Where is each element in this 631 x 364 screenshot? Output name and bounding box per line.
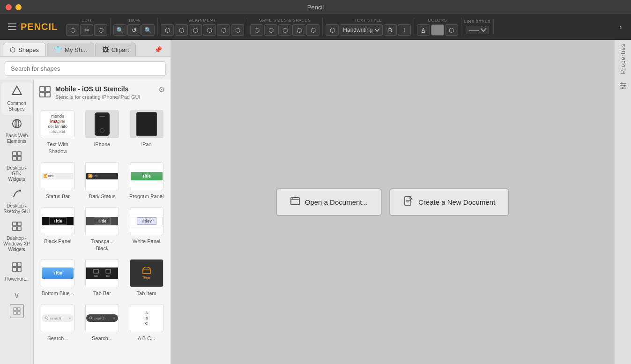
cat-desktop-gtk[interactable]: Desktop - GTK Widgets xyxy=(1,148,32,185)
toolbar-expand-btn[interactable]: › xyxy=(614,21,627,32)
pin-icon[interactable]: 📌 xyxy=(150,44,166,55)
shape-status-bar[interactable]: 📶Bell Status Bar xyxy=(37,160,78,201)
shape-alpha-list[interactable]: A B C A B C... xyxy=(126,302,167,343)
open-document-button[interactable]: Open a Document... xyxy=(276,188,382,216)
align-center-btn[interactable]: ⬡ xyxy=(175,24,188,36)
desktop-gtk-label: Desktop - GTK Widgets xyxy=(3,165,30,182)
shape-program-panel[interactable]: Title Program Panel xyxy=(126,160,167,201)
svg-rect-2 xyxy=(8,29,16,30)
search-input[interactable] xyxy=(5,61,166,76)
search-light-label: Search... xyxy=(47,335,68,342)
shape-white-panel[interactable]: Title? White Panel xyxy=(126,205,167,253)
line-style-dropdown[interactable]: —— xyxy=(466,26,489,34)
spacing-btn[interactable]: ⬡ xyxy=(306,24,319,36)
minimize-button[interactable] xyxy=(15,4,22,10)
zoom-out-btn[interactable]: 🔍 xyxy=(113,24,126,36)
properties-icon[interactable] xyxy=(619,82,627,92)
svg-line-32 xyxy=(47,319,48,320)
text-shadow-thumb: mundu imagine dei tannito abacidit xyxy=(41,110,74,138)
shape-bottom-blue[interactable]: Title Bottom Blue... xyxy=(37,257,78,298)
tab-clipart[interactable]: 🖼 Clipart xyxy=(95,43,136,56)
shape-text-with-shadow[interactable]: mundu imagine dei tannito abacidit Text … xyxy=(37,108,78,156)
titlebar: Pencil xyxy=(0,0,631,14)
shape-search-light[interactable]: search × Search... xyxy=(37,302,78,343)
app-title: PENCIL xyxy=(21,22,58,32)
tab-bar-thumb: tab tab xyxy=(85,259,119,287)
paste-btn[interactable]: ⬡ xyxy=(94,24,107,36)
settings-icon[interactable]: ⚙ xyxy=(158,85,165,94)
colors-label: COLORS xyxy=(428,18,447,22)
tab-shapes[interactable]: ⬡ Shapes xyxy=(3,43,46,56)
create-document-button[interactable]: Create a New Document xyxy=(389,188,509,216)
colors-group: COLORS A ⬡ xyxy=(414,18,461,36)
align-top-btn[interactable]: ⬡ xyxy=(203,24,216,36)
program-panel-label: Program Panel xyxy=(129,193,163,200)
svg-rect-27 xyxy=(45,92,50,97)
svg-rect-1 xyxy=(8,26,16,27)
black-panel-thumb: Title xyxy=(41,207,74,235)
svg-rect-13 xyxy=(17,222,21,226)
cat-flowchart[interactable]: Flowchart... xyxy=(1,256,32,287)
cat-common-shapes[interactable]: Common Shapes xyxy=(1,82,32,115)
cat-desktop-sketchy[interactable]: Desktop - Sketchy GUI xyxy=(1,186,32,217)
close-button[interactable] xyxy=(6,4,12,10)
same-width-btn[interactable]: ⬡ xyxy=(250,24,263,36)
font-dropdown[interactable]: Handwriting xyxy=(340,24,382,36)
category-nav: Common Shapes Basic Web Elements Desktop… xyxy=(0,80,34,364)
svg-rect-12 xyxy=(13,222,16,226)
tab-item-thumb: Timer xyxy=(130,259,163,287)
cat-desktop-winxp[interactable]: Desktop - Windows XP Widgets xyxy=(1,218,32,255)
cut-btn[interactable]: ✂ xyxy=(80,24,93,36)
search-dark-thumb: search × xyxy=(85,304,119,332)
svg-rect-7 xyxy=(13,152,16,156)
svg-marker-3 xyxy=(12,86,22,95)
cat-basic-web[interactable]: Basic Web Elements xyxy=(1,116,32,147)
shape-panel: Mobile - iOS UI Stencils Stencils for cr… xyxy=(34,80,171,364)
bottom-blue-label: Bottom Blue... xyxy=(42,290,74,297)
shape-iphone[interactable]: iPhone xyxy=(82,108,123,156)
align-left-btn[interactable]: ⬡ xyxy=(161,24,174,36)
text-format-btn[interactable]: ⬡ xyxy=(326,24,339,36)
align-right-btn[interactable]: ⬡ xyxy=(189,24,202,36)
shape-search-dark[interactable]: search × Search... xyxy=(82,302,123,343)
tab-my-shapes[interactable]: 👕 My Sh... xyxy=(47,43,94,56)
body: ⬡ Shapes 👕 My Sh... 🖼 Clipart 📌 xyxy=(0,40,631,364)
more-categories-btn[interactable]: ∨ xyxy=(14,290,20,300)
common-shapes-label: Common Shapes xyxy=(3,101,30,112)
alpha-list-thumb: A B C xyxy=(130,304,163,332)
align-bottom-btn[interactable]: ⬡ xyxy=(231,24,244,36)
shape-tab-item[interactable]: Timer Tab Item xyxy=(126,257,167,298)
canvas-actions: Open a Document... Create a New Document xyxy=(276,188,510,216)
zoom-in-btn[interactable]: 🔍 xyxy=(141,24,155,36)
desktop-winxp-icon xyxy=(12,221,22,234)
svg-point-33 xyxy=(89,317,92,319)
svg-rect-21 xyxy=(17,308,20,311)
align-middle-btn[interactable]: ⬡ xyxy=(217,24,230,36)
svg-point-43 xyxy=(624,85,625,87)
same-height-btn[interactable]: ⬡ xyxy=(264,24,277,36)
create-document-label: Create a New Document xyxy=(418,198,495,206)
bold-btn[interactable]: B xyxy=(384,24,397,36)
shape-ipad[interactable]: iPad xyxy=(126,108,167,156)
shape-transp-black[interactable]: Title Transpa... Black xyxy=(82,205,123,253)
stroke-color-btn[interactable]: ⬡ xyxy=(445,24,458,36)
distribute-v-btn[interactable]: ⬡ xyxy=(292,24,305,36)
copy-btn[interactable]: ⬡ xyxy=(66,24,79,36)
shape-black-panel[interactable]: Title Black Panel xyxy=(37,205,78,253)
svg-rect-28 xyxy=(94,269,98,273)
menu-icon[interactable] xyxy=(4,14,21,40)
text-color-btn[interactable]: A xyxy=(417,24,430,36)
shape-dark-status[interactable]: 📶Bell Dark Status xyxy=(82,160,123,201)
flowchart-label: Flowchart... xyxy=(5,276,29,282)
iphone-thumb xyxy=(85,110,119,138)
tab-item-label: Tab Item xyxy=(137,290,156,297)
svg-point-31 xyxy=(45,317,47,319)
italic-btn[interactable]: I xyxy=(398,24,411,36)
distribute-h-btn[interactable]: ⬡ xyxy=(278,24,291,36)
fill-color-btn[interactable] xyxy=(431,24,444,36)
grid-view-btn[interactable] xyxy=(10,304,24,318)
shape-tab-bar[interactable]: tab tab Tab Bar xyxy=(82,257,123,298)
zoom-reset-btn[interactable]: ↺ xyxy=(127,24,141,36)
properties-label[interactable]: Properties xyxy=(620,44,626,74)
canvas-area: Open a Document... Create a New Document xyxy=(171,40,614,364)
